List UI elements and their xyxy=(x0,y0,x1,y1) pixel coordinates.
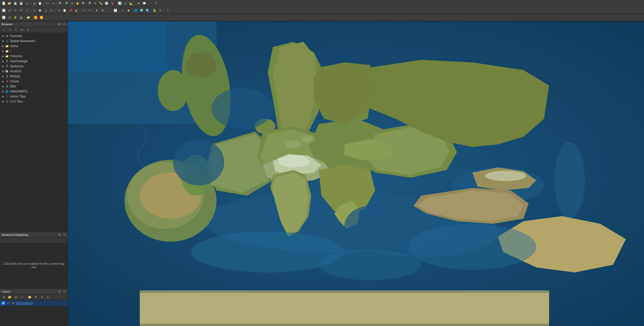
btn-osm[interactable]: ◇ xyxy=(120,8,126,13)
layer-name-esri[interactable]: Esri Imagery xyxy=(16,301,33,305)
btn-zoom-in[interactable]: 🔍 xyxy=(81,1,86,6)
adv-tool-5[interactable]: ⤵ xyxy=(25,238,31,243)
browser-close-btn[interactable]: ✕ xyxy=(62,22,66,26)
btn-layer-manage[interactable]: ◫ xyxy=(7,15,12,20)
btn-print[interactable]: 🖨 xyxy=(31,1,37,6)
tree-item-wms[interactable]: ▶ 🌐 WMS/WMTS xyxy=(0,89,68,94)
btn-red-marker[interactable]: ⬛ xyxy=(107,8,112,13)
btn-globe-2[interactable]: 🌍 xyxy=(139,8,144,13)
btn-pan[interactable]: ✋ xyxy=(75,1,80,6)
layers-delete-btn[interactable]: 🗑 xyxy=(45,295,51,300)
btn-layer-3[interactable]: ⚡ xyxy=(13,15,18,20)
tree-item-postgis[interactable]: ▶ 🐘 PostGIS xyxy=(0,69,68,74)
adv-float-btn[interactable]: ⊞ xyxy=(57,233,61,237)
adv-tool-4[interactable]: ⤴ xyxy=(19,238,25,243)
btn-undo-2[interactable]: ↩ xyxy=(81,8,86,13)
btn-paste[interactable]: 📌 xyxy=(68,8,73,13)
map-area[interactable] xyxy=(68,21,644,326)
tree-item-vector-tiles[interactable]: ▶ ⬡ Vector Tiles xyxy=(0,94,68,99)
btn-digitize-2[interactable]: ◫ xyxy=(7,8,12,13)
btn-crs[interactable]: 📁 xyxy=(26,15,31,20)
btn-save[interactable]: 💾 xyxy=(13,1,18,6)
btn-stats[interactable]: 📊 xyxy=(117,1,123,6)
adv-tool-3[interactable]: ∟ xyxy=(13,238,19,243)
layers-float-btn[interactable]: ⊞ xyxy=(57,289,61,294)
btn-digitize-3[interactable]: ✏ xyxy=(13,8,18,13)
btn-delete[interactable]: 🗑 xyxy=(73,8,79,13)
tree-item-home[interactable]: ▶ 📁 Home xyxy=(0,44,68,49)
btn-layer-add[interactable]: ⬜ xyxy=(1,15,7,20)
btn-redo[interactable]: ↪ xyxy=(50,1,56,6)
btn-zoom-full[interactable]: 🔍 xyxy=(58,1,63,6)
btn-zoom-out[interactable]: 🔎 xyxy=(87,1,92,6)
layers-group-btn[interactable]: 📁 xyxy=(27,295,32,300)
btn-undo[interactable]: ↩ xyxy=(45,1,50,6)
btn-red-marker2[interactable]: ⬜ xyxy=(113,8,118,13)
browser-collapse-btn[interactable]: ⊟ xyxy=(19,27,25,33)
layers-filter-btn[interactable]: ▽ xyxy=(19,295,25,300)
btn-node-4[interactable]: ▷ xyxy=(49,8,54,13)
btn-globe-1[interactable]: 🌐 xyxy=(133,8,139,13)
btn-plugins[interactable]: 🔌 xyxy=(158,8,163,13)
btn-sigma[interactable]: Σ xyxy=(123,1,128,6)
btn-digitize-1[interactable]: ⬜ xyxy=(1,8,7,13)
btn-copy[interactable]: 📋 xyxy=(62,8,67,13)
tree-item-bookmarks[interactable]: ▶ ⊡ Spatial Bookmarks xyxy=(0,39,68,44)
adv-tool-2[interactable]: ⌒ xyxy=(7,238,13,243)
layers-close-btn[interactable]: ✕ xyxy=(62,289,66,294)
btn-layer-4[interactable]: 🗑 xyxy=(18,15,24,20)
tree-item-xyz-tiles[interactable]: ▶ ⊞ XYZ Tiles xyxy=(0,99,68,104)
tree-item-spatialite[interactable]: ▶ 🗄 SpatiaLite xyxy=(0,64,68,69)
btn-open[interactable]: 📂 xyxy=(7,1,12,6)
btn-refresh[interactable]: 🔄 xyxy=(104,1,109,6)
btn-layer-down[interactable]: 🔽 xyxy=(39,15,44,20)
btn-more[interactable]: ⋯ xyxy=(147,1,153,6)
btn-up[interactable]: ⬆ xyxy=(94,8,99,13)
layer-item-esri[interactable]: ✓ ⊞ Esri Imagery xyxy=(0,300,68,306)
btn-text[interactable]: T xyxy=(153,1,159,6)
tree-item-oracle[interactable]: ▶ 🗄 Oracle xyxy=(0,79,68,84)
layers-open-btn[interactable]: 📂 xyxy=(7,295,13,300)
btn-revert[interactable]: ↩ xyxy=(24,1,30,6)
btn-python[interactable]: 🐍 xyxy=(152,8,157,13)
btn-bookmarks[interactable]: 🔖 xyxy=(110,1,115,6)
btn-redo-2[interactable]: ↪ xyxy=(87,8,92,13)
btn-zoom-layer[interactable]: 🔎 xyxy=(63,1,69,6)
btn-globe-3[interactable]: 🌏 xyxy=(145,8,150,13)
btn-new[interactable]: 📄 xyxy=(1,1,7,6)
browser-home-btn[interactable]: ⌂ xyxy=(1,27,7,33)
btn-measure[interactable]: 📏 xyxy=(98,1,104,6)
layers-eye-btn[interactable]: 👁 xyxy=(13,295,19,300)
tree-item-favorites[interactable]: ▶ ★ Favorites xyxy=(0,34,68,39)
btn-identify[interactable]: ℹ xyxy=(92,1,98,6)
btn-node-1[interactable]: ⬡ xyxy=(31,8,37,13)
tree-item-geopackage[interactable]: ▶ 🗄 GeoPackage xyxy=(0,59,68,64)
layers-add-btn[interactable]: ⊕ xyxy=(1,295,7,300)
layers-up-btn[interactable]: ⬆ xyxy=(33,295,38,300)
btn-node-3[interactable]: △ xyxy=(43,8,49,13)
tree-item-mssql[interactable]: ▶ 🗄 MSSQL xyxy=(0,74,68,79)
browser-info-btn[interactable]: ℹ xyxy=(25,27,31,33)
btn-zoom-select[interactable]: ⊡ xyxy=(69,1,75,6)
btn-node-2[interactable]: ⬢ xyxy=(37,8,43,13)
btn-save-as[interactable]: 💾 xyxy=(18,1,24,6)
layers-down-btn[interactable]: ⬇ xyxy=(39,295,45,300)
adv-tool-1[interactable]: ⌇ xyxy=(1,238,7,243)
btn-layer-up[interactable]: 🔼 xyxy=(33,15,38,20)
btn-ruler[interactable]: 📐 xyxy=(129,1,134,6)
btn-cut[interactable]: ✂ xyxy=(56,8,62,13)
adv-close-btn[interactable]: ✕ xyxy=(62,233,66,237)
btn-settings[interactable]: ⚙ xyxy=(136,1,141,6)
btn-compose[interactable]: 📋 xyxy=(37,1,43,6)
browser-filter-btn[interactable]: ▽ xyxy=(13,27,19,33)
btn-digitize-5[interactable]: ↙ xyxy=(24,8,30,13)
browser-float-btn[interactable]: ⊞ xyxy=(57,22,61,26)
btn-osm2[interactable]: ◆ xyxy=(126,8,131,13)
layer-visibility-checkbox[interactable] xyxy=(2,301,5,305)
btn-digitize-4[interactable]: ✒ xyxy=(18,8,24,13)
browser-tree[interactable]: ▶ ★ Favorites ▶ ⊡ Spatial Bookmarks ▶ 📁 … xyxy=(0,33,68,232)
browser-refresh-btn[interactable]: ↻ xyxy=(7,27,13,33)
btn-annotation[interactable]: 💬 xyxy=(142,1,147,6)
btn-down[interactable]: ⬇ xyxy=(100,8,105,13)
tree-item-root[interactable]: ▶ 📁 / xyxy=(0,49,68,54)
